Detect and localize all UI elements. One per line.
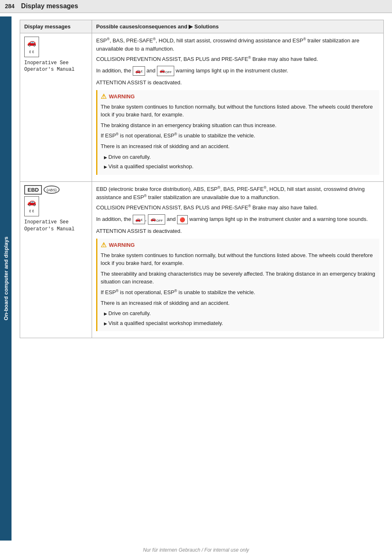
display-messages-table: Display messages Possible causes/consequ… — [20, 20, 384, 338]
bullet-1-2: Visit a qualified specialist workshop. — [104, 162, 376, 171]
side-tab: On-board computer and displays — [0, 16, 12, 541]
esp-inline-icon: 🚗ε — [133, 66, 145, 76]
cause-para-1-1: ESP®, BAS, PRE-SAFE®, HOLD, hill start a… — [96, 37, 379, 53]
cause-para-2-1: EBD (electronic brake force distribution… — [96, 185, 379, 202]
bullet-2-1: Drive on carefully. — [104, 309, 376, 318]
table-row: EBD (ABS) 🚗ε ε Inoperative SeeOperator's… — [20, 181, 384, 338]
esp-icon-box-2: 🚗ε ε — [24, 196, 39, 217]
warning-para-2-4: There is an increased risk of skidding a… — [101, 299, 376, 307]
display-msg-content-1: 🚗ε ε Inoperative SeeOperator's Manual — [24, 37, 88, 73]
causes-cell-1: ESP®, BAS, PRE-SAFE®, HOLD, hill start a… — [92, 33, 384, 182]
warning-para-2-2: The steerability and braking characteris… — [101, 270, 376, 286]
bullet-2-2: Visit a qualified specialist workshop im… — [104, 319, 376, 327]
warning-block-2: ⚠ WARNING The brake system continues to … — [96, 239, 379, 331]
cause-para-1-4: ATTENTION ASSIST is deactivated. — [96, 79, 379, 87]
warning-block-1: ⚠ WARNING The brake system continues to … — [96, 90, 379, 175]
side-tab-label: On-board computer and displays — [3, 237, 9, 320]
table-row: 🚗ε ε Inoperative SeeOperator's Manual ES… — [20, 33, 384, 182]
causes-cell-2: EBD (electronic brake force distribution… — [92, 181, 384, 338]
warning-para-1-2: The braking distance in an emergency bra… — [101, 121, 376, 130]
ebd-abs-row: EBD (ABS) — [24, 185, 60, 195]
warning-para-1-1: The brake system continues to function n… — [101, 103, 376, 119]
footer-text: Nur für internen Gebrauch / For internal… — [143, 547, 249, 553]
warning-bullets-2: Drive on carefully. Visit a qualified sp… — [104, 309, 376, 327]
warning-para-2-1: The brake system continues to function n… — [101, 251, 376, 267]
page-title: Display messages — [21, 2, 78, 10]
warning-label-1: WARNING — [109, 93, 135, 100]
display-msg-content-2: EBD (ABS) 🚗ε ε Inoperative SeeOperator's… — [24, 185, 88, 233]
ebd-box-icon: EBD — [24, 185, 42, 195]
cause-para-1-3: In addition, the 🚗ε and 🚗OFF warning lam… — [96, 66, 379, 76]
causes-content-1: ESP®, BAS, PRE-SAFE®, HOLD, hill start a… — [96, 37, 379, 175]
display-text-1: Inoperative SeeOperator's Manual — [24, 60, 74, 74]
col-header-causes: Possible causes/consequences and ▶ Solut… — [92, 20, 384, 33]
esp-off-inline-icon-2: 🚗OFF — [148, 214, 165, 225]
warning-triangle-icon-1: ⚠ — [101, 93, 106, 100]
warning-bullets-1: Drive on carefully. Visit a qualified sp… — [104, 153, 376, 171]
warning-para-1-4: There is an increased risk of skidding a… — [101, 142, 376, 151]
warning-para-1-3: If ESP® is not operational, ESP® is unab… — [101, 132, 376, 140]
warning-title-1: ⚠ WARNING — [101, 93, 376, 100]
bullet-1-1: Drive on carefully. — [104, 153, 376, 161]
esp-off-inline-icon: 🚗OFF — [157, 66, 174, 76]
display-text-2: Inoperative SeeOperator's Manual — [24, 219, 74, 233]
page-header: 284 Display messages — [0, 0, 392, 13]
abs-circle-icon: (ABS) — [44, 186, 59, 194]
circle-inline-icon: 🔴 — [177, 215, 188, 225]
main-content: Display messages Possible causes/consequ… — [12, 13, 392, 355]
esp-car-icon: 🚗ε ε — [27, 39, 36, 55]
esp-icon-box: 🚗ε ε — [24, 37, 39, 57]
cause-para-2-2: COLLISION PREVENTION ASSIST, BAS PLUS an… — [96, 204, 379, 212]
cause-para-2-3: In addition, the 🚗ε, 🚗OFF and 🔴 warning … — [96, 214, 379, 225]
warning-triangle-icon-2: ⚠ — [101, 241, 106, 249]
page-footer: Nur für internen Gebrauch / For internal… — [0, 547, 392, 553]
causes-content-2: EBD (electronic brake force distribution… — [96, 185, 379, 332]
esp-car-icon-2: 🚗ε ε — [27, 198, 36, 215]
cause-para-1-2: COLLISION PREVENTION ASSIST, BAS PLUS an… — [96, 55, 379, 63]
col-header-display: Display messages — [20, 20, 92, 33]
display-cell-1: 🚗ε ε Inoperative SeeOperator's Manual — [20, 33, 92, 182]
page-number: 284 — [5, 3, 14, 9]
esp-inline-icon-2: 🚗ε — [133, 215, 145, 224]
display-cell-2: EBD (ABS) 🚗ε ε Inoperative SeeOperator's… — [20, 181, 92, 338]
warning-title-2: ⚠ WARNING — [101, 241, 376, 249]
warning-para-2-3: If ESP® is not operational, ESP® is unab… — [101, 288, 376, 297]
warning-label-2: WARNING — [109, 242, 135, 248]
cause-para-2-4: ATTENTION ASSIST is deactivated. — [96, 227, 379, 235]
